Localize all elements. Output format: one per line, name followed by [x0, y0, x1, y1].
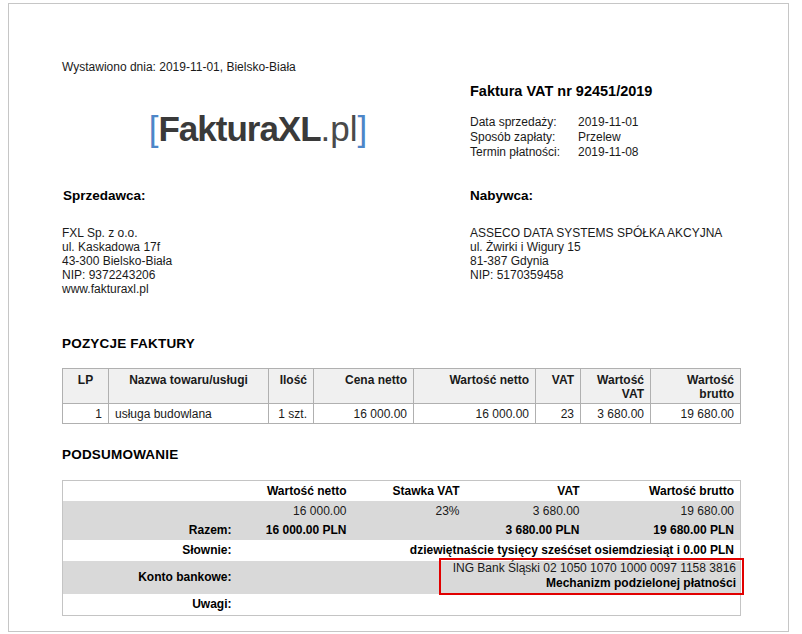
buyer-city: 81-387 Gdynia — [470, 254, 722, 268]
bank-value-cell: ING Bank Śląski 02 1050 1070 1000 0097 1… — [238, 561, 741, 594]
seller-city: 43-300 Bielsko-Biała — [62, 254, 172, 268]
invoice-details: Data sprzedaży: 2019-11-01 Sposób zapłat… — [470, 115, 639, 160]
col-header-lp: LP — [63, 369, 109, 404]
total-rate-empty — [353, 521, 466, 540]
seller-website: www.fakturaxl.pl — [62, 282, 172, 296]
col-header-gross-value: Wartość brutto — [651, 369, 741, 404]
split-payment-note: Mechanizm podzielonej płatności — [453, 576, 736, 591]
logo-brand-text: FakturaXL — [158, 109, 320, 148]
summary-table: Wartość netto Stawka VAT VAT Wartość bru… — [62, 480, 741, 616]
col-header-qty: Ilość — [269, 369, 314, 404]
summary-total-row: Razem: 16 000.00 PLN 3 680.00 PLN 19 680… — [63, 521, 741, 540]
buyer-name: ASSECO DATA SYSTEMS SPÓŁKA AKCYJNA — [470, 226, 722, 240]
table-row: 1 usługa budowlana 1 szt. 16 000.00 16 0… — [63, 404, 741, 424]
summary-header-gross: Wartość brutto — [586, 481, 741, 501]
summary-vat-rate-value: 23% — [353, 501, 466, 521]
seller-nip: NIP: 9372243206 — [62, 268, 172, 282]
invoice-title: Faktura VAT nr 92451/2019 — [470, 83, 652, 99]
buyer-street: ul. Żwirki i Wigury 15 — [470, 240, 722, 254]
item-net-value: 16 000.00 — [414, 404, 536, 424]
col-header-net-value: Wartość netto — [414, 369, 536, 404]
col-header-vat-value: Wartość VAT — [581, 369, 651, 404]
notes-row: Uwagi: — [63, 594, 741, 616]
item-name: usługa budowlana — [109, 404, 269, 424]
invoice-items-table: LP Nazwa towaru/usługi Ilość Cena netto … — [62, 368, 741, 424]
in-words-label: Słownie: — [63, 540, 238, 561]
seller-heading: Sprzedawca: — [63, 188, 146, 203]
summary-header-empty — [63, 481, 238, 501]
detail-value: 2019-11-01 — [578, 115, 639, 130]
item-qty: 1 szt. — [269, 404, 314, 424]
bank-account-number: ING Bank Śląski 02 1050 1070 1000 0097 1… — [453, 561, 736, 576]
detail-label: Sposób zapłaty: — [470, 130, 578, 145]
summary-header-vat-rate: Stawka VAT — [353, 481, 466, 501]
item-gross-value: 19 680.00 — [651, 404, 741, 424]
summary-vat-breakdown-row: 16 000.00 23% 3 680.00 19 680.00 — [63, 501, 741, 521]
buyer-heading: Nabywca: — [470, 188, 533, 203]
summary-net-value: 16 000.00 — [238, 501, 353, 521]
total-gross: 19 680.00 PLN — [586, 521, 741, 540]
detail-value: Przelew — [578, 130, 621, 145]
total-label: Razem: — [63, 521, 238, 540]
seller-street: ul. Kaskadowa 17f — [62, 240, 172, 254]
items-section-heading: POZYCJE FAKTURY — [62, 336, 195, 351]
detail-value: 2019-11-08 — [578, 145, 639, 160]
item-vat-value: 3 680.00 — [581, 404, 651, 424]
summary-empty-label — [63, 501, 238, 521]
detail-row-payment-method: Sposób zapłaty: Przelew — [470, 130, 639, 145]
total-vat: 3 680.00 PLN — [466, 521, 586, 540]
logo-tld-text: .pl — [321, 109, 358, 148]
col-header-net-price: Cena netto — [314, 369, 414, 404]
fakturaxl-logo: [FakturaXL.pl] — [120, 108, 396, 150]
items-header-row: LP Nazwa towaru/usługi Ilość Cena netto … — [63, 369, 741, 404]
bank-label: Konto bankowe: — [63, 561, 238, 594]
buyer-address-block: ASSECO DATA SYSTEMS SPÓŁKA AKCYJNA ul. Ż… — [470, 226, 722, 282]
bank-account-row: Konto bankowe: ING Bank Śląski 02 1050 1… — [63, 561, 741, 594]
seller-name: FXL Sp. z o.o. — [62, 226, 172, 240]
logo-bracket-right: ] — [358, 109, 368, 148]
detail-label: Termin płatności: — [470, 145, 578, 160]
summary-gross-value: 19 680.00 — [586, 501, 741, 521]
issued-date-line: Wystawiono dnia: 2019-11-01, Bielsko-Bia… — [62, 60, 296, 74]
seller-address-block: FXL Sp. z o.o. ul. Kaskadowa 17f 43-300 … — [62, 226, 172, 296]
detail-row-sale-date: Data sprzedaży: 2019-11-01 — [470, 115, 639, 130]
summary-header-net: Wartość netto — [238, 481, 353, 501]
notes-value — [238, 594, 741, 616]
summary-section-heading: PODSUMOWANIE — [62, 447, 178, 462]
summary-vat-value: 3 680.00 — [466, 501, 586, 521]
item-net-price: 16 000.00 — [314, 404, 414, 424]
logo-bracket-left: [ — [149, 109, 159, 148]
item-lp: 1 — [63, 404, 109, 424]
summary-header-row: Wartość netto Stawka VAT VAT Wartość bru… — [63, 481, 741, 501]
buyer-nip: NIP: 5170359458 — [470, 268, 722, 282]
bank-highlight-box: ING Bank Śląski 02 1050 1070 1000 0097 1… — [439, 558, 744, 595]
summary-header-vat: VAT — [466, 481, 586, 501]
col-header-vat: VAT — [536, 369, 581, 404]
detail-row-due-date: Termin płatności: 2019-11-08 — [470, 145, 639, 160]
detail-label: Data sprzedaży: — [470, 115, 578, 130]
notes-label: Uwagi: — [63, 594, 238, 616]
col-header-name: Nazwa towaru/usługi — [109, 369, 269, 404]
item-vat-rate: 23 — [536, 404, 581, 424]
total-net: 16 000.00 PLN — [238, 521, 353, 540]
